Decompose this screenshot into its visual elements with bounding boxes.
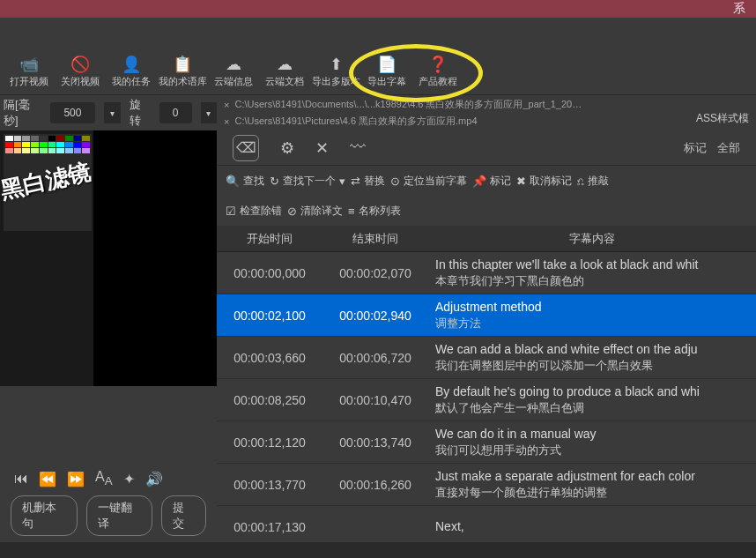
toolbar-label: 导出字幕 bbox=[367, 75, 406, 88]
start-time: 00:00:13,770 bbox=[217, 478, 322, 492]
gap-input[interactable]: 500 bbox=[50, 102, 96, 123]
subtitle-content: We can do it in a manual way我们可以想用手动的方式 bbox=[428, 422, 756, 463]
toolbar-label: 关闭视频 bbox=[61, 75, 100, 88]
toolbar-icon: 📹 bbox=[19, 56, 39, 73]
tab-mark[interactable]: 标记 bbox=[684, 140, 707, 156]
start-time: 00:00:08,250 bbox=[217, 393, 322, 407]
next-icon[interactable]: ⏩ bbox=[67, 471, 85, 487]
subtitle-content: Next, bbox=[428, 515, 756, 539]
name-list-button[interactable]: ≡名称列表 bbox=[348, 204, 401, 219]
undo-button[interactable]: ⎌推敲 bbox=[577, 174, 609, 189]
checkbox-icon: ☑ bbox=[226, 205, 236, 218]
subtitle-content: Just make a separate adjustment for each… bbox=[428, 465, 756, 505]
tools-icon[interactable]: ✕ bbox=[315, 138, 329, 158]
col-content: 字幕内容 bbox=[428, 231, 756, 247]
toolbar-3[interactable]: 📋我的术语库 bbox=[157, 51, 208, 93]
main-toolbar: 📹打开视频🚫关闭视频👤我的任务📋我的术语库☁云端信息☁云端文档⬆导出多版本📄导出… bbox=[0, 49, 756, 95]
timeline-strip bbox=[0, 542, 756, 558]
toolbar-7[interactable]: 📄导出字幕 bbox=[361, 51, 412, 93]
toolbar-6[interactable]: ⬆导出多版本 bbox=[310, 51, 361, 93]
locate-button[interactable]: ⊙定位当前字幕 bbox=[390, 174, 467, 189]
check-checkbox[interactable]: ☑检查除错 bbox=[226, 204, 282, 219]
close-file-2[interactable]: × bbox=[224, 116, 229, 127]
toolbar-2[interactable]: 👤我的任务 bbox=[106, 51, 157, 93]
col-start: 开始时间 bbox=[217, 231, 322, 247]
toolbar-label: 导出多版本 bbox=[312, 75, 360, 88]
subtitle-row[interactable]: 00:00:02,10000:00:02,940Adjustment metho… bbox=[217, 294, 756, 337]
translate-button[interactable]: 一键翻译 bbox=[86, 495, 153, 536]
toolbar-4[interactable]: ☁云端信息 bbox=[208, 51, 259, 93]
submit-button[interactable]: 提交 bbox=[161, 495, 206, 536]
toolbar-icon: 👤 bbox=[122, 56, 141, 73]
start-time: 00:00:12,120 bbox=[217, 435, 322, 450]
replace-button[interactable]: ⇄替换 bbox=[351, 174, 385, 189]
find-next-button[interactable]: ↻查找下一个▾ bbox=[270, 174, 345, 189]
subtitle-row[interactable]: 00:00:13,77000:00:16,260Just make a sepa… bbox=[217, 464, 756, 506]
subtitle-row[interactable]: 00:00:00,00000:00:02,070In this chapter … bbox=[217, 252, 756, 294]
volume-icon[interactable]: 🔊 bbox=[145, 471, 163, 487]
eraser-icon[interactable]: ⌫ bbox=[233, 135, 259, 161]
toolbar-label: 云端信息 bbox=[214, 75, 253, 88]
find-button[interactable]: 🔍查找 bbox=[226, 174, 264, 189]
close-file-1[interactable]: × bbox=[224, 100, 229, 110]
subtitle-row[interactable]: 00:00:08,25000:00:10,470By default he's … bbox=[217, 379, 756, 421]
tab-all[interactable]: 全部 bbox=[717, 140, 740, 156]
clear-trans-button[interactable]: ⊘清除译文 bbox=[287, 204, 343, 219]
toolbar-icon: ❓ bbox=[428, 56, 448, 73]
system-label: 系 bbox=[733, 1, 745, 17]
subtitle-content: By default he's going to produce a black… bbox=[428, 380, 756, 420]
toolbar-label: 云端文档 bbox=[265, 75, 304, 88]
action-row-2: ☑检查除错 ⊘清除译文 ≡名称列表 bbox=[217, 196, 756, 226]
start-time: 00:00:00,000 bbox=[217, 266, 322, 280]
gap-stepper[interactable]: ▾ bbox=[104, 102, 120, 123]
subtitle-table-header: 开始时间 结束时间 字幕内容 bbox=[217, 226, 756, 252]
end-time: 00:00:06,720 bbox=[322, 351, 428, 365]
start-time: 00:00:03,660 bbox=[217, 351, 322, 365]
preview-panel: 黑白滤镜 bbox=[0, 130, 217, 386]
toolbar-icon: 📋 bbox=[173, 56, 192, 73]
subtitle-content: We can add a black and white effect on t… bbox=[428, 338, 756, 378]
toolbar-1[interactable]: 🚫关闭视频 bbox=[55, 51, 106, 93]
sliders-icon[interactable]: ⚙ bbox=[280, 138, 294, 158]
toolbar-icon: ⬆ bbox=[330, 56, 343, 73]
toolbar-icon: 📄 bbox=[377, 56, 397, 73]
toolbar-label: 打开视频 bbox=[10, 75, 48, 88]
tool-tabs: ⌫ ⚙ ✕ 〰 标记 全部 bbox=[217, 130, 756, 166]
end-time: 00:00:16,260 bbox=[322, 478, 428, 492]
toolbar-icon: 🚫 bbox=[70, 56, 90, 73]
subtitle-row[interactable]: 00:00:03,66000:00:06,720We can add a bla… bbox=[217, 337, 756, 379]
playback-controls: ⏮ ⏪ ⏩ AA ✦ 🔊 bbox=[0, 461, 217, 496]
ass-style-button[interactable]: ASS样式模 bbox=[689, 108, 756, 132]
skip-start-icon[interactable]: ⏮ bbox=[14, 471, 28, 487]
file-path-1: C:\Users\81491\Documents\...\...k19892\4… bbox=[234, 98, 582, 111]
gap-label: 隔[毫秒] bbox=[4, 97, 41, 129]
toolbar-0[interactable]: 📹打开视频 bbox=[4, 51, 55, 93]
subtitle-row[interactable]: 00:00:12,12000:00:13,740We can do it in … bbox=[217, 421, 756, 464]
subtitle-content: In this chapter we'll take a look at bla… bbox=[428, 253, 756, 294]
end-time: 00:00:02,940 bbox=[322, 309, 428, 323]
unmark-button[interactable]: ✖取消标记 bbox=[516, 174, 572, 189]
delete-line-button[interactable]: 机删本句 bbox=[11, 495, 78, 536]
toolbar-5[interactable]: ☁云端文档 bbox=[259, 51, 310, 93]
search-icon: 🔍 bbox=[226, 175, 240, 188]
toolbar-8[interactable]: ❓产品教程 bbox=[412, 51, 463, 93]
file-path-2: C:\Users\81491\Pictures\4.6 黑白效果的多方面应用.m… bbox=[234, 115, 477, 128]
subtitle-rows: 00:00:00,00000:00:02,070In this chapter … bbox=[217, 252, 756, 548]
video-preview bbox=[93, 130, 217, 386]
toolbar-icon: ☁ bbox=[226, 56, 241, 73]
end-time: 00:00:10,470 bbox=[322, 393, 428, 407]
toolbar-label: 我的术语库 bbox=[159, 75, 207, 88]
toolbar-label: 产品教程 bbox=[419, 75, 457, 88]
rotate-input[interactable]: 0 bbox=[159, 102, 192, 123]
col-end: 结束时间 bbox=[322, 231, 428, 247]
action-row-1: 🔍查找 ↻查找下一个▾ ⇄替换 ⊙定位当前字幕 📌标记 ✖取消标记 ⎌推敲 bbox=[217, 166, 756, 196]
wave-icon[interactable]: 〰 bbox=[350, 138, 366, 157]
rotate-dropdown[interactable]: ▾ bbox=[201, 102, 217, 123]
font-icon[interactable]: AA bbox=[95, 469, 113, 487]
end-time: 00:00:02,070 bbox=[322, 266, 428, 280]
prev-icon[interactable]: ⏪ bbox=[39, 471, 56, 487]
subtitle-content: Adjustment method调整方法 bbox=[428, 295, 756, 336]
end-time: 00:00:13,740 bbox=[322, 435, 428, 450]
mark-button[interactable]: 📌标记 bbox=[472, 174, 511, 189]
star-icon[interactable]: ✦ bbox=[123, 471, 135, 487]
